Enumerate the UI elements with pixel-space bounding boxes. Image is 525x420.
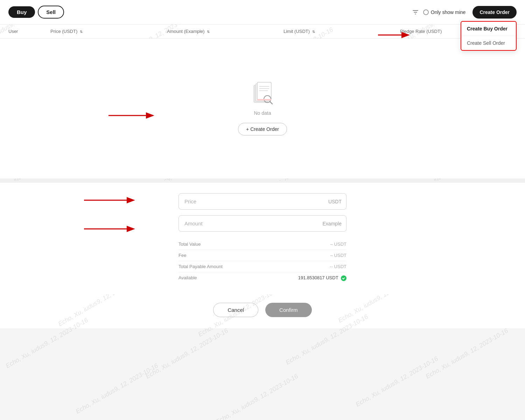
- no-data-illustration: [248, 82, 276, 106]
- price-column-header[interactable]: Price (USDT) ⇅: [50, 29, 167, 34]
- create-order-button[interactable]: Create Order: [472, 6, 517, 19]
- content-area: No data + Create Order: [0, 38, 525, 178]
- limit-column-header[interactable]: Limit (USDT) ⇅: [284, 29, 400, 34]
- create-buy-order-item[interactable]: Create Buy Order: [461, 22, 516, 36]
- total-value-row: Total Value – USDT: [178, 239, 346, 250]
- amount-input-group: Example: [178, 215, 346, 232]
- available-value-container: 191.8530817 USDT: [298, 275, 346, 281]
- form-inner: USDT Example Total Value – USDT Fee – US…: [172, 193, 354, 284]
- dropdown-menu: Create Buy Order Create Sell Order: [461, 21, 517, 51]
- confirm-button[interactable]: Confirm: [265, 303, 312, 317]
- only-show-mine-label: Only show mine: [431, 9, 466, 15]
- price-input[interactable]: [178, 193, 346, 210]
- amount-column-header[interactable]: Amount (Example) ⇅: [167, 29, 284, 34]
- buy-button[interactable]: Buy: [8, 6, 35, 18]
- info-rows: Total Value – USDT Fee – USDT Total Paya…: [178, 237, 346, 284]
- center-create-order-button[interactable]: + Create Order: [238, 123, 287, 135]
- arrow-to-price-input: [80, 192, 144, 208]
- only-show-mine-toggle[interactable]: Only show mine: [423, 9, 466, 15]
- available-check-icon: [341, 275, 346, 281]
- total-payable-label: Total Payable Amount: [178, 264, 223, 269]
- cancel-button[interactable]: Cancel: [213, 303, 258, 317]
- amount-input[interactable]: [178, 215, 346, 232]
- total-payable-value: -- USDT: [330, 264, 346, 269]
- bottom-buttons: Cancel Confirm: [0, 294, 525, 328]
- sell-button[interactable]: Sell: [38, 6, 64, 19]
- fee-label: Fee: [178, 253, 186, 258]
- fee-row: Fee – USDT: [178, 250, 346, 261]
- no-data-text: No data: [254, 110, 271, 116]
- available-value: 191.8530817 USDT: [298, 275, 338, 280]
- filter-icon[interactable]: [412, 9, 419, 16]
- fee-value: – USDT: [330, 253, 346, 258]
- total-value: – USDT: [330, 241, 346, 247]
- table-header: User Price (USDT) ⇅ Amount (Example) ⇅ L…: [0, 24, 525, 38]
- available-row: Available 191.8530817 USDT: [178, 272, 346, 284]
- arrow-to-center-button: [98, 105, 168, 126]
- total-payable-row: Total Payable Amount -- USDT: [178, 261, 346, 272]
- create-sell-order-item[interactable]: Create Sell Order: [461, 36, 516, 50]
- svg-line-9: [270, 102, 272, 104]
- radio-circle: [423, 9, 429, 15]
- user-column-header: User: [8, 29, 50, 34]
- arrow-to-amount-input: [80, 221, 144, 237]
- form-section: USDT Example Total Value – USDT Fee – US…: [0, 181, 525, 294]
- available-label: Available: [178, 275, 197, 281]
- svg-rect-10: [257, 99, 271, 100]
- price-input-group: USDT: [178, 193, 346, 210]
- total-value-label: Total Value: [178, 241, 201, 247]
- top-bar: Buy Sell Only show mine Create Order: [0, 0, 525, 24]
